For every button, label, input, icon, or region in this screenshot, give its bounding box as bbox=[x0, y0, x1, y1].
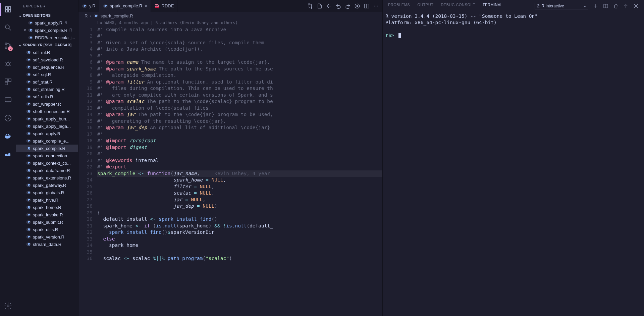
file-tree-item[interactable]: spark_context_co... bbox=[16, 159, 78, 167]
more-icon[interactable] bbox=[373, 3, 379, 9]
file-tree-item[interactable]: spark_gateway.R bbox=[16, 181, 78, 189]
r-file-icon bbox=[25, 49, 32, 55]
terminal[interactable]: R version 3.4.4 (2018-03-15) -- "Someone… bbox=[383, 12, 644, 316]
svg-rect-7 bbox=[5, 79, 8, 82]
file-icon bbox=[154, 3, 160, 9]
source-control-icon[interactable]: 3 bbox=[0, 39, 16, 52]
close-icon[interactable]: × bbox=[144, 3, 147, 9]
close-icon[interactable]: × bbox=[22, 28, 28, 33]
undo-icon[interactable] bbox=[335, 3, 341, 9]
search-icon[interactable] bbox=[0, 21, 16, 34]
r-file-icon bbox=[25, 94, 32, 100]
r-file-icon bbox=[25, 175, 32, 181]
file-tree-item[interactable]: spark_compile_e... bbox=[16, 137, 78, 145]
git-compare-icon[interactable] bbox=[307, 3, 313, 9]
svg-point-12 bbox=[7, 305, 9, 307]
terminal-selector[interactable]: 2: R Interactive bbox=[535, 3, 588, 9]
r-file-icon bbox=[25, 190, 32, 196]
r-file-icon bbox=[25, 145, 32, 151]
workspace-header[interactable]: ⌄ SPARKLYR [SSH: CAESAR] bbox=[16, 41, 78, 49]
settings-gear-icon[interactable] bbox=[0, 299, 16, 313]
svg-point-6 bbox=[6, 62, 10, 66]
r-file-icon bbox=[25, 64, 32, 70]
file-tree-item[interactable]: spark_dataframe.R bbox=[16, 167, 78, 174]
open-editor-item[interactable]: ×spark_compile.RR bbox=[16, 27, 78, 34]
tab-bar: y.Rspark_compile.R×RDDE bbox=[78, 0, 382, 12]
r-file-icon bbox=[25, 116, 32, 122]
editor-group: y.Rspark_compile.R×RDDE R › spark_compil… bbox=[78, 0, 382, 316]
r-file-icon bbox=[28, 20, 34, 26]
file-tree-item[interactable]: spark_utils.R bbox=[16, 226, 78, 233]
r-file-icon bbox=[25, 71, 32, 77]
r-file-icon bbox=[25, 57, 32, 63]
kill-terminal-icon[interactable] bbox=[613, 3, 619, 9]
file-tree-item[interactable]: spark_apply.R bbox=[16, 130, 78, 137]
explorer-sidebar: EXPLORER ⌄ OPEN EDITORS ×spark_apply.RR×… bbox=[16, 0, 78, 316]
file-tree-item[interactable]: spark_globals.R bbox=[16, 189, 78, 196]
file-tree-item[interactable]: shell_connection.R bbox=[16, 108, 78, 115]
r-file-icon bbox=[25, 241, 32, 247]
file-tree-item[interactable]: sdf_ml.R bbox=[16, 49, 78, 56]
file-tree-item[interactable]: sdf_streaming.R bbox=[16, 86, 78, 93]
new-terminal-icon[interactable] bbox=[593, 3, 598, 9]
file-tree-item[interactable]: spark_hive.R bbox=[16, 196, 78, 204]
remote-icon[interactable] bbox=[0, 93, 16, 107]
close-panel-icon[interactable] bbox=[633, 3, 639, 9]
debug-icon[interactable] bbox=[0, 57, 16, 70]
panel-tabs: PROBLEMSOUTPUTDEBUG CONSOLETERMINAL 2: R… bbox=[383, 0, 644, 12]
r-file-icon bbox=[25, 234, 32, 240]
svg-point-2 bbox=[5, 25, 9, 29]
explorer-title: EXPLORER bbox=[16, 0, 78, 12]
file-tree-item[interactable]: spark_extensions.R bbox=[16, 174, 78, 181]
extensions-icon[interactable] bbox=[0, 75, 16, 89]
timeline-icon[interactable] bbox=[0, 111, 16, 125]
breadcrumb[interactable]: R › spark_compile.R bbox=[78, 12, 382, 20]
file-tree-item[interactable]: sdf_sequence.R bbox=[16, 63, 78, 71]
file-tree-item[interactable]: sdf_wrapper.R bbox=[16, 100, 78, 108]
file-tree-item[interactable]: sdf_stat.R bbox=[16, 78, 78, 86]
tab-actions bbox=[304, 0, 382, 12]
panel-tab[interactable]: PROBLEMS bbox=[388, 3, 410, 9]
file-tree-item[interactable]: spark_connection... bbox=[16, 152, 78, 159]
redo-icon[interactable] bbox=[345, 3, 351, 9]
run-icon[interactable] bbox=[354, 3, 360, 9]
file-icon bbox=[103, 3, 108, 9]
r-file-icon bbox=[25, 79, 32, 85]
open-editor-item[interactable]: ×spark_apply.RR bbox=[16, 19, 78, 27]
bookmark-icon[interactable] bbox=[0, 148, 16, 161]
open-editors-header[interactable]: ⌄ OPEN EDITORS bbox=[16, 12, 78, 19]
chevron-down-icon: ⌄ bbox=[17, 13, 23, 18]
r-file-icon bbox=[25, 101, 32, 107]
file-tree-item[interactable]: spark_invoke.R bbox=[16, 211, 78, 218]
file-tree-item[interactable]: spark_submit.R bbox=[16, 218, 78, 226]
split-editor-icon[interactable] bbox=[364, 3, 370, 9]
file-tree-item[interactable]: sdf_utils.R bbox=[16, 93, 78, 100]
code-editor[interactable]: 1234567891011121314151617181920212223242… bbox=[78, 20, 382, 316]
panel-tab[interactable]: OUTPUT bbox=[417, 3, 433, 9]
file-tree-item[interactable]: spark_compile.R bbox=[16, 145, 78, 152]
panel-tab[interactable]: TERMINAL bbox=[483, 3, 503, 9]
svg-rect-10 bbox=[5, 98, 11, 102]
go-back-icon[interactable] bbox=[326, 3, 332, 9]
svg-point-17 bbox=[374, 5, 375, 6]
r-file-icon bbox=[25, 182, 32, 188]
split-terminal-icon[interactable] bbox=[603, 3, 608, 9]
file-tree-item[interactable]: spark_apply_lega... bbox=[16, 122, 78, 130]
explorer-icon[interactable] bbox=[0, 3, 16, 16]
panel-tab[interactable]: DEBUG CONSOLE bbox=[441, 3, 475, 9]
editor-tab[interactable]: RDDE bbox=[151, 0, 178, 12]
docker-icon[interactable] bbox=[0, 129, 16, 143]
new-file-icon[interactable] bbox=[317, 3, 323, 9]
file-tree-item[interactable]: spark_home.R bbox=[16, 204, 78, 211]
maximize-panel-icon[interactable] bbox=[623, 3, 629, 9]
chevron-down-icon: ⌄ bbox=[17, 43, 23, 47]
file-tree-item[interactable]: spark_version.R bbox=[16, 233, 78, 241]
file-tree-item[interactable]: stream_data.R bbox=[16, 241, 78, 248]
editor-tab[interactable]: spark_compile.R× bbox=[99, 0, 151, 12]
file-tree-item[interactable]: sdf_sql.R bbox=[16, 71, 78, 78]
editor-tab[interactable]: y.R bbox=[78, 0, 99, 12]
open-editor-item[interactable]: ×RDDBarrier.scalaj... bbox=[16, 34, 78, 41]
file-tree-item[interactable]: spark_apply_bun... bbox=[16, 115, 78, 122]
codelens[interactable]: Lu WANG, 4 months ago | 5 authors (Kevin… bbox=[97, 20, 382, 27]
file-tree-item[interactable]: sdf_saveload.R bbox=[16, 56, 78, 63]
